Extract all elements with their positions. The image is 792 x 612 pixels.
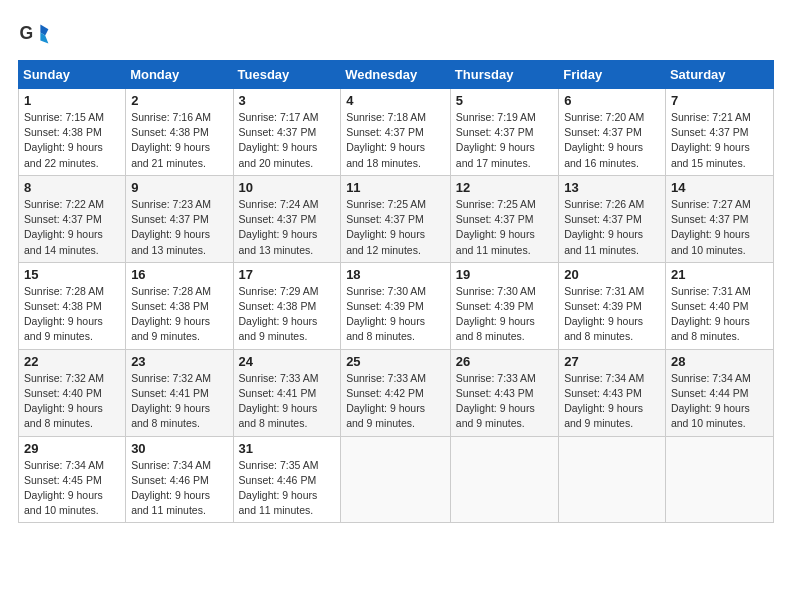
day-info: Sunrise: 7:25 AMSunset: 4:37 PMDaylight:… (456, 197, 553, 258)
calendar-weekday-friday: Friday (559, 61, 666, 89)
day-info: Sunrise: 7:17 AMSunset: 4:37 PMDaylight:… (239, 110, 336, 171)
calendar-cell (341, 436, 451, 523)
day-number: 5 (456, 93, 553, 108)
calendar-cell: 29Sunrise: 7:34 AMSunset: 4:45 PMDayligh… (19, 436, 126, 523)
day-number: 18 (346, 267, 445, 282)
day-number: 3 (239, 93, 336, 108)
day-number: 27 (564, 354, 660, 369)
logo: G (18, 18, 54, 50)
day-info: Sunrise: 7:34 AMSunset: 4:44 PMDaylight:… (671, 371, 768, 432)
day-number: 16 (131, 267, 227, 282)
calendar-cell: 5Sunrise: 7:19 AMSunset: 4:37 PMDaylight… (450, 89, 558, 176)
calendar-cell: 9Sunrise: 7:23 AMSunset: 4:37 PMDaylight… (126, 175, 233, 262)
day-info: Sunrise: 7:29 AMSunset: 4:38 PMDaylight:… (239, 284, 336, 345)
day-number: 21 (671, 267, 768, 282)
calendar-cell: 19Sunrise: 7:30 AMSunset: 4:39 PMDayligh… (450, 262, 558, 349)
day-info: Sunrise: 7:30 AMSunset: 4:39 PMDaylight:… (346, 284, 445, 345)
day-info: Sunrise: 7:21 AMSunset: 4:37 PMDaylight:… (671, 110, 768, 171)
calendar-cell: 11Sunrise: 7:25 AMSunset: 4:37 PMDayligh… (341, 175, 451, 262)
calendar-cell (665, 436, 773, 523)
calendar-weekday-sunday: Sunday (19, 61, 126, 89)
calendar-cell: 25Sunrise: 7:33 AMSunset: 4:42 PMDayligh… (341, 349, 451, 436)
calendar-cell: 30Sunrise: 7:34 AMSunset: 4:46 PMDayligh… (126, 436, 233, 523)
calendar-cell: 13Sunrise: 7:26 AMSunset: 4:37 PMDayligh… (559, 175, 666, 262)
day-number: 4 (346, 93, 445, 108)
day-number: 29 (24, 441, 120, 456)
calendar-cell: 31Sunrise: 7:35 AMSunset: 4:46 PMDayligh… (233, 436, 341, 523)
day-info: Sunrise: 7:33 AMSunset: 4:42 PMDaylight:… (346, 371, 445, 432)
day-info: Sunrise: 7:23 AMSunset: 4:37 PMDaylight:… (131, 197, 227, 258)
day-number: 7 (671, 93, 768, 108)
calendar-week-row-5: 29Sunrise: 7:34 AMSunset: 4:45 PMDayligh… (19, 436, 774, 523)
day-number: 30 (131, 441, 227, 456)
calendar-cell: 8Sunrise: 7:22 AMSunset: 4:37 PMDaylight… (19, 175, 126, 262)
day-number: 24 (239, 354, 336, 369)
day-number: 17 (239, 267, 336, 282)
day-number: 23 (131, 354, 227, 369)
calendar-week-row-3: 15Sunrise: 7:28 AMSunset: 4:38 PMDayligh… (19, 262, 774, 349)
day-number: 15 (24, 267, 120, 282)
calendar-week-row-2: 8Sunrise: 7:22 AMSunset: 4:37 PMDaylight… (19, 175, 774, 262)
day-number: 20 (564, 267, 660, 282)
day-number: 31 (239, 441, 336, 456)
day-info: Sunrise: 7:34 AMSunset: 4:45 PMDaylight:… (24, 458, 120, 519)
day-info: Sunrise: 7:33 AMSunset: 4:41 PMDaylight:… (239, 371, 336, 432)
calendar-cell: 28Sunrise: 7:34 AMSunset: 4:44 PMDayligh… (665, 349, 773, 436)
calendar-cell: 1Sunrise: 7:15 AMSunset: 4:38 PMDaylight… (19, 89, 126, 176)
calendar-cell: 21Sunrise: 7:31 AMSunset: 4:40 PMDayligh… (665, 262, 773, 349)
day-info: Sunrise: 7:20 AMSunset: 4:37 PMDaylight:… (564, 110, 660, 171)
day-info: Sunrise: 7:18 AMSunset: 4:37 PMDaylight:… (346, 110, 445, 171)
calendar-weekday-wednesday: Wednesday (341, 61, 451, 89)
calendar-cell: 27Sunrise: 7:34 AMSunset: 4:43 PMDayligh… (559, 349, 666, 436)
day-number: 19 (456, 267, 553, 282)
calendar-cell: 15Sunrise: 7:28 AMSunset: 4:38 PMDayligh… (19, 262, 126, 349)
day-info: Sunrise: 7:33 AMSunset: 4:43 PMDaylight:… (456, 371, 553, 432)
day-number: 11 (346, 180, 445, 195)
calendar-table: SundayMondayTuesdayWednesdayThursdayFrid… (18, 60, 774, 523)
day-number: 13 (564, 180, 660, 195)
calendar-cell (559, 436, 666, 523)
day-info: Sunrise: 7:19 AMSunset: 4:37 PMDaylight:… (456, 110, 553, 171)
calendar-weekday-monday: Monday (126, 61, 233, 89)
day-number: 9 (131, 180, 227, 195)
day-number: 2 (131, 93, 227, 108)
calendar-cell: 14Sunrise: 7:27 AMSunset: 4:37 PMDayligh… (665, 175, 773, 262)
day-info: Sunrise: 7:31 AMSunset: 4:39 PMDaylight:… (564, 284, 660, 345)
svg-text:G: G (20, 23, 34, 43)
day-number: 28 (671, 354, 768, 369)
day-info: Sunrise: 7:35 AMSunset: 4:46 PMDaylight:… (239, 458, 336, 519)
calendar-weekday-saturday: Saturday (665, 61, 773, 89)
day-number: 8 (24, 180, 120, 195)
day-number: 25 (346, 354, 445, 369)
calendar-cell: 16Sunrise: 7:28 AMSunset: 4:38 PMDayligh… (126, 262, 233, 349)
calendar-cell: 10Sunrise: 7:24 AMSunset: 4:37 PMDayligh… (233, 175, 341, 262)
day-info: Sunrise: 7:30 AMSunset: 4:39 PMDaylight:… (456, 284, 553, 345)
calendar-cell: 4Sunrise: 7:18 AMSunset: 4:37 PMDaylight… (341, 89, 451, 176)
day-info: Sunrise: 7:31 AMSunset: 4:40 PMDaylight:… (671, 284, 768, 345)
calendar-cell: 24Sunrise: 7:33 AMSunset: 4:41 PMDayligh… (233, 349, 341, 436)
calendar-cell: 7Sunrise: 7:21 AMSunset: 4:37 PMDaylight… (665, 89, 773, 176)
day-info: Sunrise: 7:34 AMSunset: 4:46 PMDaylight:… (131, 458, 227, 519)
day-info: Sunrise: 7:32 AMSunset: 4:41 PMDaylight:… (131, 371, 227, 432)
header: G (18, 18, 774, 50)
day-info: Sunrise: 7:32 AMSunset: 4:40 PMDaylight:… (24, 371, 120, 432)
day-number: 12 (456, 180, 553, 195)
day-info: Sunrise: 7:24 AMSunset: 4:37 PMDaylight:… (239, 197, 336, 258)
calendar-cell: 6Sunrise: 7:20 AMSunset: 4:37 PMDaylight… (559, 89, 666, 176)
page: G SundayMondayTuesdayWednesdayThursdayFr… (0, 0, 792, 612)
day-info: Sunrise: 7:15 AMSunset: 4:38 PMDaylight:… (24, 110, 120, 171)
calendar-cell: 23Sunrise: 7:32 AMSunset: 4:41 PMDayligh… (126, 349, 233, 436)
calendar-cell: 12Sunrise: 7:25 AMSunset: 4:37 PMDayligh… (450, 175, 558, 262)
day-number: 26 (456, 354, 553, 369)
day-number: 6 (564, 93, 660, 108)
day-info: Sunrise: 7:25 AMSunset: 4:37 PMDaylight:… (346, 197, 445, 258)
day-number: 14 (671, 180, 768, 195)
calendar-cell: 22Sunrise: 7:32 AMSunset: 4:40 PMDayligh… (19, 349, 126, 436)
calendar-week-row-1: 1Sunrise: 7:15 AMSunset: 4:38 PMDaylight… (19, 89, 774, 176)
day-info: Sunrise: 7:34 AMSunset: 4:43 PMDaylight:… (564, 371, 660, 432)
calendar-week-row-4: 22Sunrise: 7:32 AMSunset: 4:40 PMDayligh… (19, 349, 774, 436)
day-info: Sunrise: 7:27 AMSunset: 4:37 PMDaylight:… (671, 197, 768, 258)
day-info: Sunrise: 7:26 AMSunset: 4:37 PMDaylight:… (564, 197, 660, 258)
day-number: 10 (239, 180, 336, 195)
calendar-header-row: SundayMondayTuesdayWednesdayThursdayFrid… (19, 61, 774, 89)
